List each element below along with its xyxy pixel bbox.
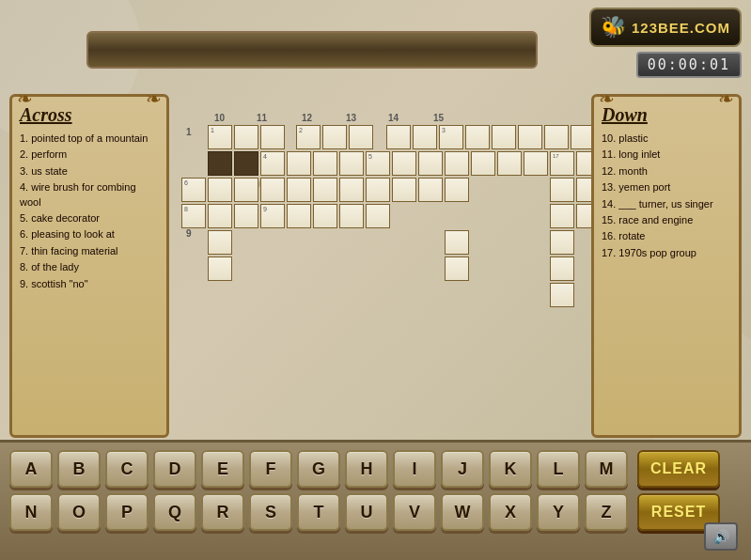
sound-button[interactable]: 🔊 (704, 522, 738, 551)
cell-r3c2[interactable] (234, 178, 258, 202)
cell-r2c8[interactable] (392, 151, 416, 176)
cell-r1c8[interactable] (413, 125, 437, 149)
cell-r2c6[interactable] (339, 151, 364, 176)
cell-r3c1[interactable] (208, 178, 232, 202)
cell-down1[interactable] (208, 230, 232, 255)
cell-r1c4[interactable]: 2 (296, 125, 321, 149)
cell-rv1c14[interactable] (550, 230, 574, 255)
key-U[interactable]: U (345, 493, 388, 531)
cell-rv3c14[interactable] (550, 283, 574, 307)
col-num-15: 15 (433, 113, 444, 123)
cell-r1c9[interactable]: 3 (439, 125, 463, 149)
cell-r1c13[interactable] (544, 125, 569, 149)
cell-r3c10[interactable] (445, 178, 469, 202)
cell-r3c14[interactable] (550, 178, 574, 202)
keyboard-row-1: A B C D E F G H I J K L M (9, 450, 628, 488)
key-M[interactable]: M (585, 450, 628, 488)
cell-r1c3[interactable] (260, 125, 285, 149)
across-title: Across (20, 104, 159, 126)
crossword-grid-area: ★ ★ ★ ★ ★ ★ 10 11 12 13 14 15 1 6 8 9 (177, 94, 584, 438)
cell-r4c1[interactable] (208, 204, 232, 228)
cell-r4c2[interactable] (234, 204, 258, 228)
cell-r4c14[interactable] (550, 204, 574, 228)
clue-across-1: 1. pointed top of a mountain (20, 132, 159, 146)
cell-r3c7[interactable] (366, 178, 390, 202)
key-T[interactable]: T (297, 493, 340, 531)
cell-r4c0[interactable]: 8 (181, 204, 206, 228)
key-C[interactable]: C (105, 450, 149, 488)
clue-across-8: 8. of the lady (20, 260, 159, 274)
cell-r2c3[interactable]: 4 (260, 151, 285, 176)
key-Z[interactable]: Z (585, 493, 628, 531)
key-N[interactable]: N (9, 493, 53, 531)
key-D[interactable]: D (153, 450, 196, 488)
key-L[interactable]: L (537, 450, 580, 488)
cell-r2c13[interactable] (524, 151, 548, 176)
key-Y[interactable]: Y (537, 493, 580, 531)
col-num-13: 13 (346, 113, 356, 123)
key-I[interactable]: I (393, 450, 436, 488)
across-clues-panel: ❧ ❧ Across 1. pointed top of a mountain … (9, 94, 169, 438)
cell-r1c10[interactable] (465, 125, 490, 149)
cell-r1c2[interactable] (234, 125, 258, 149)
cell-r3c6[interactable] (339, 178, 364, 202)
cell-r1c12[interactable] (518, 125, 542, 149)
cell-r2c9[interactable] (418, 151, 443, 176)
cell-r4c5[interactable] (313, 204, 337, 228)
key-A[interactable]: A (9, 450, 53, 488)
cell-r6c10[interactable] (445, 257, 469, 281)
down-title: Down (602, 104, 731, 126)
keyboard-row-2: N O P Q R S T U V W X Y Z (9, 493, 628, 531)
key-Q[interactable]: Q (153, 493, 196, 531)
cell-r3c8[interactable] (392, 178, 416, 202)
cell-r2c10[interactable] (445, 151, 469, 176)
key-S[interactable]: S (249, 493, 292, 531)
key-K[interactable]: K (489, 450, 532, 488)
cell-r1c5[interactable] (322, 125, 347, 149)
clue-down-11: 11. long inlet (602, 148, 731, 162)
key-V[interactable]: V (393, 493, 436, 531)
panel-decor-left: ❧ (17, 87, 33, 110)
clue-down-12: 12. month (602, 164, 731, 179)
cell-r2c7[interactable]: 5 (366, 151, 390, 176)
cell-r2c12[interactable] (497, 151, 522, 176)
key-J[interactable]: J (441, 450, 484, 488)
cell-r1c11[interactable] (492, 125, 516, 149)
cell-r2c4[interactable] (287, 151, 311, 176)
key-R[interactable]: R (201, 493, 244, 531)
key-X[interactable]: X (489, 493, 532, 531)
key-P[interactable]: P (105, 493, 149, 531)
cell-r1c7[interactable] (386, 125, 411, 149)
key-O[interactable]: O (57, 493, 101, 531)
cell-r3c5[interactable] (313, 178, 337, 202)
clue-across-6: 6. pleasing to look at (20, 227, 159, 241)
down-clues-panel: ❧ ❧ Down 10. plastic 11. long inlet 12. … (591, 94, 742, 438)
row-label-9: 9 (186, 228, 192, 239)
key-W[interactable]: W (441, 493, 484, 531)
cell-r2c14[interactable]: 17 (550, 151, 574, 176)
sound-icon: 🔊 (713, 529, 729, 544)
cell-r4c4[interactable] (287, 204, 311, 228)
cell-r1c1[interactable]: 1 (208, 125, 232, 149)
cell-r4c7[interactable] (366, 204, 390, 228)
cell-down2[interactable] (208, 257, 232, 281)
cell-r3c0[interactable]: 6 (181, 178, 206, 202)
cell-r2c11[interactable] (471, 151, 495, 176)
key-G[interactable]: G (297, 450, 340, 488)
clear-button[interactable]: CLEAR (637, 450, 720, 488)
logo-text: 123BEE.COM (632, 20, 730, 36)
cell-r5c10[interactable] (445, 230, 469, 255)
key-B[interactable]: B (57, 450, 101, 488)
cell-r1c6[interactable] (349, 125, 373, 149)
cell-r3c4[interactable] (287, 178, 311, 202)
cell-rv2c14[interactable] (550, 257, 574, 281)
cell-r4c3[interactable]: 9 (260, 204, 285, 228)
clue-across-2: 2. perform (20, 148, 159, 162)
cell-r3c9[interactable] (418, 178, 443, 202)
key-H[interactable]: H (345, 450, 388, 488)
cell-r2c5[interactable] (313, 151, 337, 176)
key-E[interactable]: E (201, 450, 244, 488)
cell-r4c6[interactable] (339, 204, 364, 228)
key-F[interactable]: F (249, 450, 292, 488)
cell-r3c3[interactable] (260, 178, 285, 202)
